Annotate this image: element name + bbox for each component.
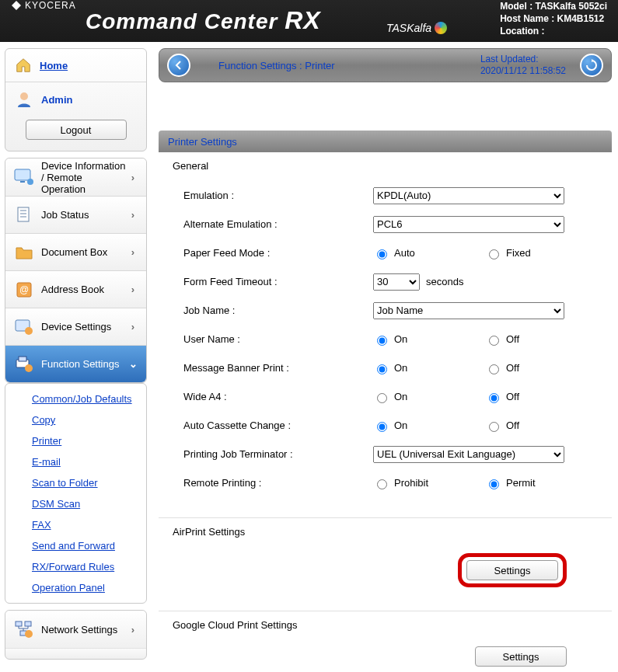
radio-auto-cassette-on[interactable]: On xyxy=(373,420,479,432)
arrow-left-icon xyxy=(173,59,185,71)
subnav-dsm-scan[interactable]: DSM Scan xyxy=(5,493,146,514)
chevron-right-icon: › xyxy=(127,624,138,635)
chevron-right-icon: › xyxy=(127,172,138,183)
subnav-fax[interactable]: FAX xyxy=(5,514,146,535)
nav-label: Network Settings xyxy=(41,624,127,635)
label-user-name: User Name : xyxy=(173,333,373,345)
chevron-right-icon: › xyxy=(127,322,138,333)
nav-label: Device Information / Remote Operation xyxy=(41,160,127,195)
label-paper-feed: Paper Feed Mode : xyxy=(173,247,373,259)
last-updated: Last Updated: 2020/11/12 11:58:52 xyxy=(480,54,566,77)
sidebar-user: Admin Logout xyxy=(5,82,146,151)
svg-rect-4 xyxy=(18,207,29,221)
radio-paper-feed-fixed[interactable]: Fixed xyxy=(485,247,531,259)
breadcrumb-bar: Function Settings : Printer Last Updated… xyxy=(159,48,612,82)
svg-point-14 xyxy=(25,364,33,372)
airprint-settings-button[interactable]: Settings xyxy=(466,560,558,580)
radio-user-name-off[interactable]: Off xyxy=(485,333,519,346)
label-wide-a4: Wide A4 : xyxy=(173,391,373,402)
nav-label: Address Book xyxy=(41,284,127,295)
refresh-button[interactable] xyxy=(580,54,603,77)
label-remote-printing: Remote Printing : xyxy=(173,477,373,489)
nav-address-book[interactable]: @ Address Book › xyxy=(5,270,146,308)
svg-text:@: @ xyxy=(19,284,29,295)
svg-rect-13 xyxy=(19,357,26,361)
section-general: General Emulation : KPDL(Auto) Alternate… xyxy=(159,152,612,503)
chevron-down-icon: ⌄ xyxy=(127,359,138,370)
subnav-copy[interactable]: Copy xyxy=(5,409,146,430)
radio-msg-banner-on[interactable]: On xyxy=(373,362,479,374)
logout-button[interactable]: Logout xyxy=(26,120,127,140)
label-emulation: Emulation : xyxy=(173,190,373,201)
subnav-scan-to-folder[interactable]: Scan to Folder xyxy=(5,472,146,493)
label-job-name: Job Name : xyxy=(173,305,373,316)
radio-wide-a4-on[interactable]: On xyxy=(373,391,479,403)
select-job-terminator[interactable]: UEL (Universal Exit Language) xyxy=(373,446,564,463)
nav-device-settings[interactable]: Device Settings › xyxy=(5,308,146,345)
device-gear-icon xyxy=(13,316,35,338)
radio-wide-a4-off[interactable]: Off xyxy=(485,391,519,403)
brand-logo-icon: KYOCERA xyxy=(11,0,76,11)
svg-point-11 xyxy=(25,327,33,335)
section-airprint-heading: AirPrint Settings xyxy=(173,526,598,538)
document-icon xyxy=(13,204,35,226)
nav-label: Function Settings xyxy=(41,358,127,370)
nav-label: Job Status xyxy=(41,209,127,221)
svg-rect-1 xyxy=(15,169,30,180)
nav-label: Document Box xyxy=(41,246,127,258)
nav-function-settings[interactable]: Function Settings ⌄ xyxy=(5,345,146,382)
radio-auto-cassette-off[interactable]: Off xyxy=(485,420,519,432)
select-emulation[interactable]: KPDL(Auto) xyxy=(373,187,564,204)
radio-remote-printing-prohibit[interactable]: Prohibit xyxy=(373,477,479,489)
select-alt-emulation[interactable]: PCL6 xyxy=(373,216,564,233)
svg-rect-15 xyxy=(16,622,22,626)
subbrand: TASKalfa xyxy=(386,22,447,34)
back-button[interactable] xyxy=(167,54,190,77)
subnav-send-and-forward[interactable]: Send and Forward xyxy=(5,535,146,556)
monitor-icon xyxy=(13,166,35,188)
nav-network-settings[interactable]: Network Settings › xyxy=(5,611,146,648)
svg-point-3 xyxy=(27,179,33,185)
nav-document-box[interactable]: Document Box › xyxy=(5,233,146,270)
radio-remote-printing-permit[interactable]: Permit xyxy=(485,477,536,489)
sidebar-nav: Device Information / Remote Operation › … xyxy=(5,158,147,383)
nav-device-information[interactable]: Device Information / Remote Operation › xyxy=(5,158,146,196)
section-gcp: Google Cloud Print Settings Settings xyxy=(159,611,612,672)
select-job-name[interactable]: Job Name xyxy=(373,302,564,319)
subnav-rx-forward-rules[interactable]: RX/Forward Rules xyxy=(5,556,146,577)
svg-rect-2 xyxy=(20,181,25,183)
gcp-settings-button[interactable]: Settings xyxy=(475,646,567,667)
radio-msg-banner-off[interactable]: Off xyxy=(485,362,519,374)
subnav-email[interactable]: E-mail xyxy=(5,451,146,472)
highlight-ring: Settings xyxy=(458,553,567,587)
sidebar-home[interactable]: Home xyxy=(5,49,146,82)
radio-user-name-on[interactable]: On xyxy=(373,333,479,346)
refresh-icon xyxy=(585,59,598,71)
nav-label: Device Settings xyxy=(41,321,127,333)
select-form-feed[interactable]: 30 xyxy=(373,273,420,291)
nav-job-status[interactable]: Job Status › xyxy=(5,196,146,233)
user-icon xyxy=(15,90,33,109)
svg-rect-16 xyxy=(25,622,31,626)
label-msg-banner: Message Banner Print : xyxy=(173,362,373,374)
label-job-terminator: Printing Job Terminator : xyxy=(173,448,373,460)
section-airprint: AirPrint Settings Settings xyxy=(159,518,612,597)
subnav-operation-panel[interactable]: Operation Panel xyxy=(5,577,146,598)
device-meta: Model : TASKalfa 5052ci Host Name : KM4B… xyxy=(500,0,607,37)
svg-point-0 xyxy=(20,92,28,100)
home-link[interactable]: Home xyxy=(40,60,68,71)
brand-title: Command Center RX xyxy=(86,6,321,35)
radio-paper-feed: Auto Fixed xyxy=(373,247,598,259)
app-header: KYOCERA Command Center RX TASKalfa Model… xyxy=(0,0,618,42)
svg-point-18 xyxy=(25,630,33,638)
globe-icon xyxy=(435,22,447,34)
section-general-heading: General xyxy=(173,160,598,172)
network-gear-icon xyxy=(13,618,35,640)
panel-title: Printer Settings xyxy=(159,131,612,152)
nav-cut-item[interactable] xyxy=(5,648,146,659)
subnav-common-job-defaults[interactable]: Common/Job Defaults xyxy=(5,388,146,409)
label-form-feed: Form Feed Timeout : xyxy=(173,276,373,287)
radio-paper-feed-auto[interactable]: Auto xyxy=(373,247,479,259)
subnav-printer[interactable]: Printer xyxy=(5,430,146,451)
folder-icon xyxy=(13,242,35,263)
